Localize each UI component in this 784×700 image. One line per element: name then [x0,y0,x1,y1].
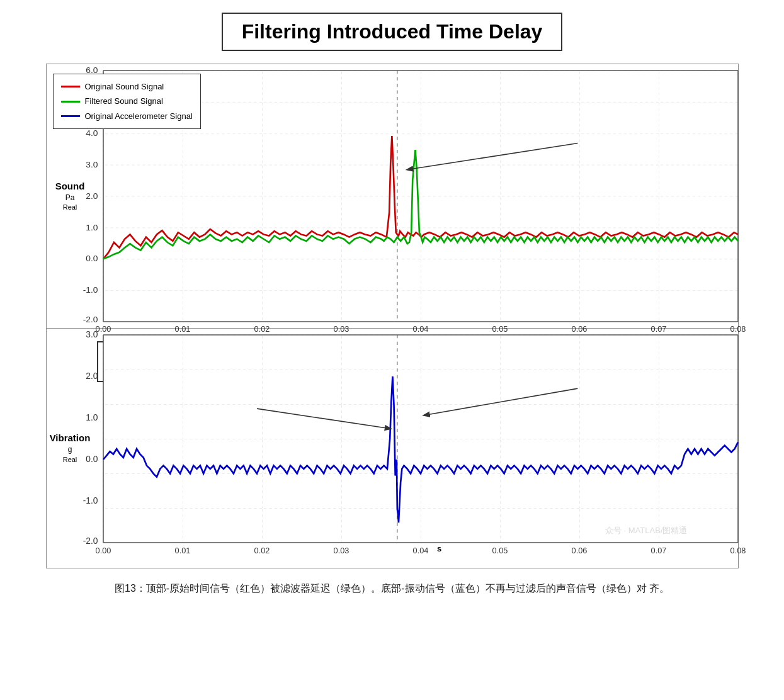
svg-text:2.0: 2.0 [86,191,98,201]
legend-color-2 [61,101,80,103]
legend-box: Original Sound Signal Filtered Sound Sig… [53,74,201,129]
x-axis-unit: s [147,544,732,553]
svg-text:0.03: 0.03 [333,546,349,555]
svg-text:1.0: 1.0 [86,223,98,232]
page-title: Filtering Introduced Time Delay [222,13,563,51]
legend-item-3: Original Accelerometer Signal [61,109,193,123]
svg-text:0.02: 0.02 [254,546,270,555]
svg-rect-25 [103,335,738,543]
chart-container: Sound Pa Real Original Sound Signal Filt… [46,64,739,568]
bottom-chart-area: 3.0 2.0 1.0 0.0 -1.0 -2.0 0.00 0.01 0.02… [103,335,738,543]
svg-text:-2.0: -2.0 [82,536,98,546]
svg-text:-2.0: -2.0 [82,315,98,324]
svg-text:0.04: 0.04 [412,546,428,555]
svg-text:0.0: 0.0 [86,254,98,264]
svg-text:-1.0: -1.0 [82,495,98,505]
legend-item-2: Filtered Sound Signal [61,94,193,108]
legend-color-1 [61,86,80,88]
legend-color-3 [61,115,80,117]
legend-label-2: Filtered Sound Signal [85,94,163,108]
svg-text:4.0: 4.0 [86,128,98,138]
svg-text:0.07: 0.07 [650,546,666,555]
caption: 图13：顶部-原始时间信号（红色）被滤波器延迟（绿色）。底部-振动信号（蓝色）不… [46,580,739,598]
legend-label-1: Original Sound Signal [85,79,164,94]
svg-text:0.00: 0.00 [95,546,111,555]
svg-text:0.06: 0.06 [571,546,587,555]
svg-text:-1.0: -1.0 [82,285,98,295]
svg-text:3.0: 3.0 [86,329,98,339]
top-chart: Sound Pa Real Original Sound Signal Filt… [47,64,738,329]
svg-text:1.0: 1.0 [86,412,98,422]
legend-item-1: Original Sound Signal [61,79,193,94]
bottom-chart-svg: 3.0 2.0 1.0 0.0 -1.0 -2.0 0.00 0.01 0.02… [103,335,738,543]
svg-text:3.0: 3.0 [86,160,98,169]
svg-text:0.08: 0.08 [730,546,746,555]
watermark: 众号 · MATLAB/图精通 [605,525,688,536]
legend-label-3: Original Accelerometer Signal [85,109,193,123]
svg-text:0.0: 0.0 [86,454,98,464]
svg-text:0.01: 0.01 [174,546,190,555]
svg-text:0.05: 0.05 [492,546,508,555]
svg-text:2.0: 2.0 [86,371,98,381]
